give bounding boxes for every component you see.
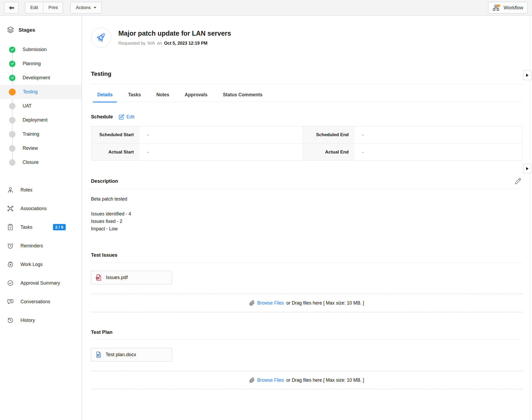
description-line: Impact - Low <box>91 225 522 232</box>
stage-completed-icon <box>9 47 15 53</box>
description-edit-button[interactable] <box>514 178 521 185</box>
schedule-edit-label: Edit <box>126 114 134 120</box>
stage-item-deployment[interactable]: Deployment <box>0 113 82 127</box>
sidebar: Stages Submission Planning <box>0 16 82 420</box>
sidebar-item-associations[interactable]: Associations <box>0 199 82 218</box>
back-button[interactable] <box>4 2 19 14</box>
sidebar-item-label: Associations <box>20 206 47 211</box>
sidebar-item-work-logs[interactable]: Work Logs <box>0 255 82 274</box>
sidebar-item-label: Conversations <box>20 299 50 305</box>
stage-item-planning[interactable]: Planning <box>0 57 82 71</box>
tab-status-comments[interactable]: Status Comments <box>218 92 267 102</box>
browse-files-link[interactable]: Browse Files <box>257 377 284 383</box>
print-button[interactable]: Print <box>43 2 63 14</box>
stage-item-submission[interactable]: Submission <box>0 43 82 57</box>
edit-pencil-square-icon <box>119 114 124 120</box>
stage-label: Training <box>23 131 39 137</box>
alarm-clock-icon <box>7 242 14 249</box>
stage-label: Closure <box>23 160 39 165</box>
sidebar-item-conversations[interactable]: Conversations <box>0 292 82 311</box>
attachment-issues-pdf[interactable]: PDF Issues.pdf <box>91 271 172 284</box>
drag-files-text: or Drag files here [ Max size: 10 MB. ] <box>286 300 364 306</box>
chevron-down-icon <box>94 7 96 9</box>
schedule-field-label: Scheduled Start <box>91 126 140 143</box>
app-window: Edit Print Actions Workflow <box>0 0 532 420</box>
stage-label: Testing <box>23 89 38 95</box>
doc-file-icon <box>95 351 102 358</box>
expand-panel-button-top[interactable] <box>523 70 531 80</box>
timer-icon <box>7 261 14 268</box>
requested-on-value: Oct 5, 2023 12:19 PM <box>164 41 207 46</box>
user-icon <box>7 186 14 193</box>
divider <box>91 84 522 84</box>
actions-button-label: Actions <box>76 5 91 10</box>
tab-tasks[interactable]: Tasks <box>123 92 145 102</box>
chat-bubble-icon <box>7 298 14 305</box>
divider <box>91 339 522 340</box>
page-subtitle: Requested by N/A on Oct 5, 2023 12:19 PM <box>118 41 231 46</box>
edit-button[interactable]: Edit <box>25 2 43 14</box>
stage-tabs: Details Tasks Notes Approvals Status Com… <box>91 92 522 102</box>
schedule-field-label: Actual End <box>302 143 355 160</box>
schedule-field-value: - <box>355 126 522 143</box>
tab-details[interactable]: Details <box>93 92 117 102</box>
back-arrow-icon <box>8 5 15 11</box>
stage-label: Deployment <box>23 117 47 123</box>
paperclip-icon <box>249 300 255 306</box>
sidebar-item-label: History <box>20 318 35 323</box>
sidebar-item-tasks[interactable]: Tasks 2 / 6 <box>0 218 82 236</box>
sidebar-item-label: Tasks <box>20 224 32 230</box>
stage-item-development[interactable]: Development <box>0 71 82 85</box>
workflow-button-label: Workflow <box>504 5 523 11</box>
browse-files-link[interactable]: Browse Files <box>257 300 284 306</box>
sidebar-item-label: Approval Summary <box>20 280 60 286</box>
schedule-table: Scheduled Start - Scheduled End - Actual… <box>91 126 522 161</box>
stage-completed-icon <box>9 61 15 67</box>
toolbar: Edit Print Actions Workflow <box>0 0 532 16</box>
svg-text:PDF: PDF <box>96 277 99 279</box>
chevron-right-icon <box>526 167 529 170</box>
sidebar-item-roles[interactable]: Roles <box>0 181 82 199</box>
sidebar-item-label: Work Logs <box>20 262 43 267</box>
test-issues-dropzone[interactable]: Browse Files or Drag files here [ Max si… <box>91 294 522 312</box>
tasks-icon <box>7 224 14 231</box>
actions-button[interactable]: Actions <box>70 2 102 14</box>
sidebar-item-approval-summary[interactable]: Approval Summary <box>0 274 82 292</box>
expand-panel-button-bottom[interactable] <box>523 164 531 173</box>
tab-approvals[interactable]: Approvals <box>180 92 212 102</box>
drag-files-text: or Drag files here [ Max size: 10 MB. ] <box>286 377 364 383</box>
stage-item-review[interactable]: Review <box>0 141 82 155</box>
stage-item-closure[interactable]: Closure <box>0 155 82 169</box>
requester-value: N/A <box>148 41 155 46</box>
sidebar-item-history[interactable]: History <box>0 311 82 330</box>
schedule-edit-link[interactable]: Edit <box>119 114 134 120</box>
sidebar-item-reminders[interactable]: Reminders <box>0 236 82 255</box>
description-title: Description <box>91 178 118 184</box>
description-body: Beta patch tested Issues identified - 4 … <box>91 189 522 232</box>
divider <box>91 262 522 263</box>
workflow-button[interactable]: Workflow <box>488 2 528 14</box>
chevron-right-icon <box>526 74 529 77</box>
stage-label: Submission <box>23 47 47 52</box>
attachment-test-plan-docx[interactable]: Test plan.docx <box>91 348 172 361</box>
sidebar-item-label: Roles <box>20 187 32 193</box>
stage-item-testing[interactable]: Testing <box>0 85 82 99</box>
attachment-name: Test plan.docx <box>106 352 136 357</box>
test-plan-dropzone[interactable]: Browse Files or Drag files here [ Max si… <box>91 371 522 389</box>
schedule-title: Schedule <box>91 114 113 120</box>
workflow-icon <box>493 4 501 11</box>
stage-label: Development <box>23 75 50 81</box>
page-header-text: Major patch update for LAN servers Reque… <box>118 30 231 46</box>
test-issues-title: Test Issues <box>91 252 117 258</box>
pdf-file-icon: PDF <box>95 274 102 281</box>
test-issues-section: Test Issues PDF Issues.pdf <box>91 252 522 284</box>
sidebar-nav: Roles Associations <box>0 181 82 330</box>
stages-header: Stages <box>0 26 82 34</box>
description-line: Issues identified - 4 <box>91 210 522 218</box>
stage-item-uat[interactable]: UAT <box>0 99 82 113</box>
tab-notes[interactable]: Notes <box>152 92 174 102</box>
stage-panel-title: Testing <box>91 70 522 77</box>
stage-item-training[interactable]: Training <box>0 127 82 141</box>
rocket-icon <box>95 31 107 44</box>
stage-label: Review <box>23 145 38 151</box>
